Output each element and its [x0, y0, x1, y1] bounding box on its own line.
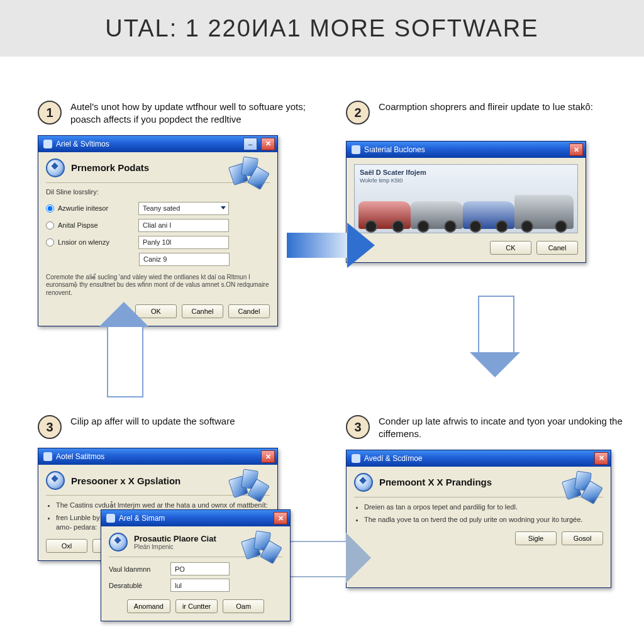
titlebar[interactable]: Arel & Simam ✕ — [101, 510, 290, 526]
step-badge: 3 — [38, 415, 62, 439]
radio-option[interactable]: Lnsior on wlenzy Panly 10l — [46, 236, 270, 249]
vehicle-banner: Saël D Scater lfojem Wokrle timp K5t0 — [354, 164, 578, 233]
minimize-button[interactable]: – — [243, 138, 257, 150]
window-title: Aotel Satitmos — [56, 452, 104, 461]
mid-button[interactable]: Canhel — [182, 304, 223, 318]
step-badge: 3 — [346, 415, 370, 439]
dialog-buclones: Sıaterial Buclones ✕ Saël D Scater lfoje… — [346, 141, 586, 263]
option-label: Lnsior on wlenzy — [58, 238, 135, 246]
step-2: 2 Coarmption shoprers and flireir update… — [346, 101, 623, 263]
right-button[interactable]: Gosol — [562, 531, 603, 545]
arrow-up-icon — [107, 327, 141, 397]
logo-icon — [354, 473, 373, 492]
fineprint: Coremote the aliể sucling 'and vàley wie… — [46, 274, 270, 297]
car-icon — [411, 201, 463, 229]
window-title: Sıaterial Buclones — [364, 145, 425, 154]
app-icon — [43, 140, 52, 148]
titlebar[interactable]: Aotel Satitmos ✕ — [38, 448, 277, 465]
car-icon — [463, 201, 515, 229]
window-title: Avedí & Scdímoe — [364, 454, 423, 463]
text-field[interactable]: Panly 10l — [138, 236, 229, 249]
ok-button[interactable]: CK — [490, 241, 531, 255]
close-button[interactable]: ✕ — [594, 452, 608, 465]
cancel-button[interactable]: Candel — [228, 304, 270, 318]
radio-input[interactable] — [46, 204, 54, 213]
radio-input[interactable] — [46, 221, 54, 230]
dialog-prandings: Avedí & Scdímoe ✕ Pпemoont X X Prandings… — [346, 450, 611, 588]
step-badge: 1 — [38, 101, 62, 125]
right-button[interactable]: Oam — [223, 599, 264, 613]
window-title: Arel & Simam — [119, 514, 165, 523]
left-button[interactable]: Sigle — [515, 531, 557, 545]
titlebar[interactable]: Sıaterial Buclones ✕ — [347, 142, 586, 158]
diagram-stage: 1 Autel's unot how by update wtfhour wel… — [0, 57, 644, 644]
step-caption: Coarmption shoprers and flireir update t… — [379, 101, 593, 113]
text-field[interactable]: lul — [170, 579, 230, 592]
close-button[interactable]: ✕ — [274, 512, 287, 525]
logo-icon — [46, 471, 65, 490]
banner-title: Saël D Scater lfojem — [360, 169, 426, 176]
window-title: Ariel & Svîtimos — [56, 140, 109, 148]
step-caption: Cilip ap affer will to update the softwa… — [70, 415, 235, 428]
combo-field[interactable]: Teany sated — [138, 202, 229, 215]
dialog-heading: Presooner x X Gpslation — [71, 475, 180, 486]
titlebar[interactable]: Ariel & Svîtimos – ✕ — [38, 136, 277, 152]
arrow-right-icon — [289, 541, 347, 575]
text-field[interactable]: PO — [170, 562, 230, 575]
field-label: Vaul ldanmnn — [109, 565, 165, 573]
app-icon — [352, 454, 360, 463]
option-label: Аzwurlie initesor — [58, 204, 135, 212]
banner-subtitle: Wokrle timp K5t0 — [360, 177, 402, 184]
step-1: 1 Autel's unot how by update wtfhour wel… — [38, 101, 314, 326]
dialog-subheading: Pleán lmpenic — [134, 543, 216, 550]
step-badge: 2 — [346, 101, 370, 125]
option-label: Anital Pispse — [58, 221, 135, 229]
text-field[interactable]: Clial ani I — [138, 219, 229, 232]
cancel-button[interactable]: Canel — [536, 241, 578, 255]
bullet-list: Dreien as tan a orpos tepet and pardilig… — [354, 502, 603, 525]
crystal-icon — [560, 472, 604, 506]
mid-button[interactable]: ir Cuntter — [175, 599, 218, 613]
app-icon — [43, 452, 52, 461]
dialog-plaore-ciat: Arel & Simam ✕ Prosautic Plaore Ciat Ple… — [101, 509, 291, 621]
app-icon — [106, 514, 115, 523]
crystal-icon — [240, 531, 284, 565]
crystal-icon — [227, 470, 271, 504]
left-button[interactable]: Anomand — [127, 599, 170, 613]
arrow-down-icon — [478, 296, 512, 353]
close-button[interactable]: ✕ — [569, 143, 583, 156]
dialog-heading: Prnemork Podats — [71, 162, 149, 173]
dialog-premork: Ariel & Svîtimos – ✕ Prnemork Podats Dil… — [38, 135, 278, 327]
step-caption: Conder up late afrwis to incate and tyon… — [379, 415, 623, 441]
form-row: Desratublé lul — [109, 579, 282, 592]
close-button[interactable]: ✕ — [261, 450, 275, 463]
crystal-icon — [227, 157, 271, 191]
arrow-right-icon — [287, 233, 347, 258]
ok-button[interactable]: Oxl — [46, 539, 87, 553]
field-label: Desratublé — [109, 582, 165, 589]
header-band: UTAL: 1 220ИA1 MОRE SOFTWARE — [0, 0, 644, 57]
bullet-item: The nadla yove ta on tverd the od puly u… — [364, 515, 603, 524]
step-caption: Autel's unot how by update wtfhour well … — [70, 101, 314, 126]
text-field[interactable]: Caniz 9 — [139, 253, 230, 266]
logo-icon — [46, 158, 65, 177]
step-4: 3 Conder up late afrwis to incate and ty… — [346, 415, 623, 588]
logo-icon — [109, 533, 128, 552]
radio-input[interactable] — [46, 238, 54, 247]
radio-option[interactable]: Аzwurlie initesor Teany sated — [46, 202, 270, 215]
app-icon — [352, 145, 360, 154]
radio-option[interactable]: Anital Pispse Clial ani I — [46, 219, 270, 232]
dialog-heading: Prosautic Plaore Ciat — [134, 534, 216, 543]
titlebar[interactable]: Avedí & Scdímoe ✕ — [347, 450, 611, 467]
close-button[interactable]: ✕ — [261, 138, 275, 150]
dialog-plaore-ciat-wrap: Arel & Simam ✕ Prosautic Plaore Ciat Ple… — [101, 509, 291, 621]
page-title: UTAL: 1 220ИA1 MОRE SOFTWARE — [105, 15, 538, 42]
dialog-heading: Pпemoont X X Prandings — [379, 477, 492, 487]
truck-icon — [514, 195, 574, 229]
